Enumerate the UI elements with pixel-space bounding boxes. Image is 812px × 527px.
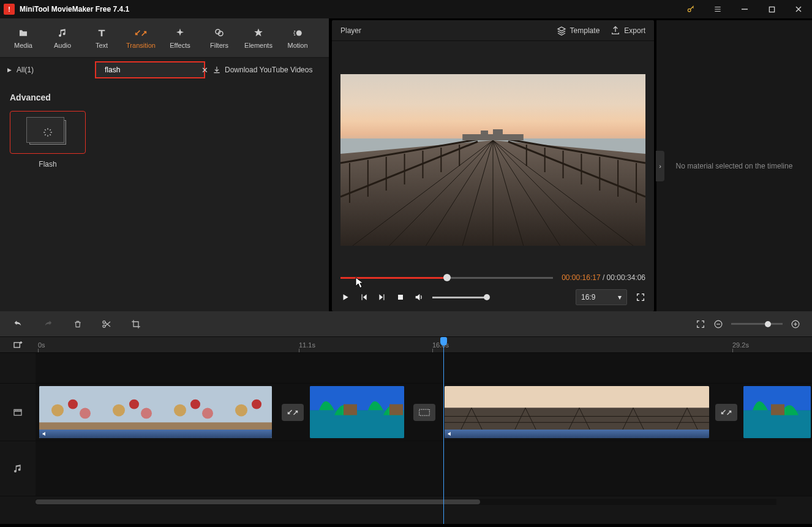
panel-collapse-handle[interactable]: › [656, 151, 664, 181]
loading-icon [42, 127, 53, 138]
zoom-in-button[interactable] [791, 320, 800, 328]
tab-elements[interactable]: Elements [239, 18, 278, 57]
folder-icon [17, 27, 29, 39]
svg-rect-60 [445, 386, 709, 408]
category-all[interactable]: ▶ All(1) [0, 58, 95, 82]
ruler-tick: 29.2s [732, 337, 749, 352]
volume-slider[interactable] [432, 297, 487, 298]
tab-transition[interactable]: Transition [121, 18, 160, 57]
split-button[interactable] [102, 319, 111, 329]
transition-item-label: Flash [10, 160, 86, 169]
ruler-tick: 11.1s [299, 337, 315, 352]
menu-icon[interactable] [704, 0, 731, 18]
music-note-icon [58, 27, 67, 39]
next-frame-button[interactable] [377, 292, 387, 302]
fit-button[interactable] [696, 319, 705, 329]
video-track[interactable] [36, 384, 812, 441]
tab-filters[interactable]: Filters [200, 18, 239, 57]
motion-icon [292, 27, 303, 39]
app-title: MiniTool MovieMaker Free 7.4.1 [20, 5, 129, 13]
svg-rect-40 [14, 343, 20, 347]
properties-panel: › No material selected on the timeline [656, 20, 812, 311]
video-preview [332, 41, 654, 268]
svg-point-0 [688, 9, 691, 12]
clear-search-icon[interactable]: ✕ [201, 66, 208, 75]
tab-media[interactable]: Media [4, 18, 43, 57]
tab-effects[interactable]: Effects [160, 18, 200, 57]
svg-rect-34 [493, 129, 503, 135]
svg-rect-57 [344, 404, 357, 415]
transition-badge-1[interactable] [282, 404, 304, 421]
svg-rect-59 [419, 409, 430, 415]
star-shape-icon [253, 27, 264, 39]
download-youtube-link[interactable]: Download YouTube Videos [212, 66, 312, 74]
svg-rect-1 [769, 7, 774, 12]
zoom-slider[interactable] [731, 323, 783, 325]
cursor-icon [355, 277, 364, 289]
layers-icon [557, 26, 566, 36]
export-button[interactable]: Export [611, 26, 645, 36]
prev-frame-button[interactable] [359, 292, 369, 302]
undo-button[interactable] [12, 320, 23, 328]
svg-point-37 [103, 325, 105, 327]
aspect-ratio-dropdown[interactable]: 16:9 ▾ [576, 289, 627, 305]
crop-button[interactable] [131, 319, 141, 329]
svg-point-52 [235, 404, 247, 417]
fullscreen-button[interactable] [636, 292, 645, 302]
key-icon[interactable] [677, 0, 704, 18]
template-button[interactable]: Template [557, 26, 600, 36]
audio-track[interactable] [36, 441, 812, 496]
tab-motion[interactable]: Motion [278, 18, 317, 57]
maximize-button[interactable] [758, 0, 785, 18]
redo-button[interactable] [43, 320, 54, 328]
download-icon [212, 66, 221, 74]
svg-point-51 [202, 408, 213, 419]
tab-audio[interactable]: Audio [43, 18, 82, 57]
transition-badge-3[interactable] [715, 404, 737, 421]
svg-point-4 [296, 30, 302, 36]
clip-2[interactable] [310, 386, 404, 438]
overlay-track[interactable] [36, 353, 812, 383]
add-track-button[interactable] [0, 337, 36, 352]
seek-slider[interactable] [340, 277, 553, 279]
ruler-tick: 16.6s [432, 337, 449, 352]
transition-item-flash[interactable]: Flash [10, 111, 86, 169]
add-track-icon [12, 340, 23, 350]
zoom-out-button[interactable] [714, 320, 723, 328]
svg-point-46 [113, 404, 125, 417]
svg-rect-35 [398, 295, 403, 300]
svg-point-36 [103, 320, 105, 323]
clip-4[interactable] [743, 386, 811, 438]
volume-button[interactable] [414, 292, 424, 302]
svg-point-47 [129, 400, 139, 409]
search-input[interactable]: ✕ [95, 61, 205, 78]
player-title: Player [340, 26, 546, 35]
tab-text[interactable]: Text [82, 18, 121, 57]
clip-1[interactable] [39, 386, 272, 438]
chevron-right-icon: ▶ [7, 67, 12, 73]
timecode: 00:00:16:17 / 00:00:34:06 [562, 273, 645, 282]
transition-icon [135, 27, 147, 39]
svg-point-44 [68, 400, 78, 409]
play-button[interactable] [340, 292, 350, 302]
transition-badge-2[interactable] [413, 404, 435, 421]
video-track-icon [0, 384, 36, 441]
ruler-tick: 0s [38, 337, 45, 352]
minimize-button[interactable] [731, 0, 758, 18]
clip-3[interactable] [445, 386, 709, 438]
timeline-scrollbar[interactable] [36, 499, 776, 505]
svg-point-50 [190, 400, 200, 409]
svg-point-43 [51, 404, 64, 417]
svg-point-45 [80, 408, 91, 419]
chevron-down-icon: ▾ [618, 293, 622, 301]
section-heading: Advanced [10, 93, 319, 102]
close-button[interactable] [785, 0, 812, 18]
svg-rect-58 [389, 404, 403, 415]
app-logo: ! [4, 4, 15, 15]
search-field[interactable] [103, 65, 198, 75]
stop-button[interactable] [396, 292, 405, 302]
svg-point-48 [141, 408, 152, 419]
delete-button[interactable] [73, 319, 82, 329]
svg-rect-33 [481, 131, 488, 135]
svg-point-49 [174, 404, 186, 417]
